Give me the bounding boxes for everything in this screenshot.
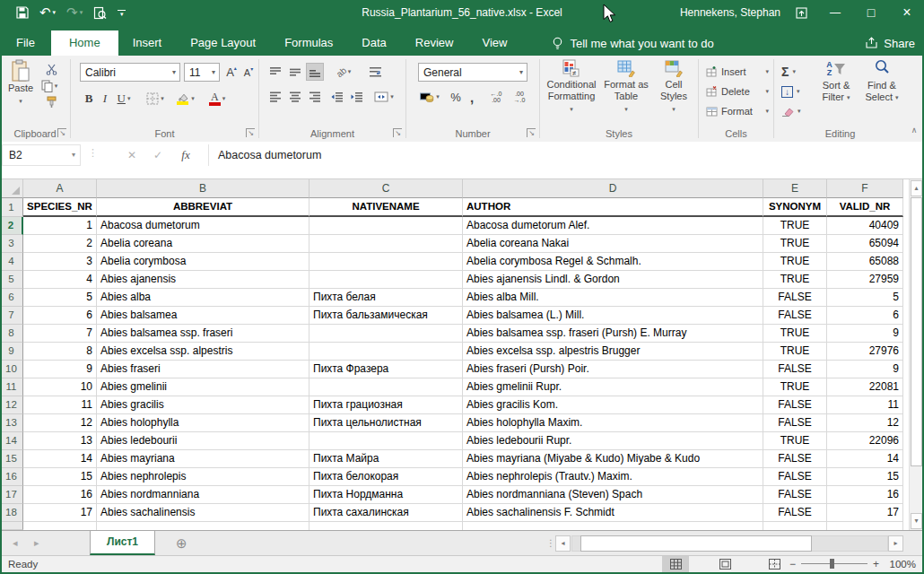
decrease-indent-button[interactable] xyxy=(327,88,345,106)
alignment-dialog-launcher[interactable]: ↘ xyxy=(393,128,402,137)
field-header-cell[interactable]: VALID_NR xyxy=(827,198,903,217)
cell-A10[interactable]: 9 xyxy=(23,361,97,378)
cell-E5[interactable]: TRUE xyxy=(763,271,827,289)
cell-C9[interactable] xyxy=(309,343,463,361)
cell-E6[interactable]: FALSE xyxy=(763,289,827,307)
bold-button[interactable]: B xyxy=(82,90,96,108)
cell-partial[interactable] xyxy=(763,522,827,530)
row-header-8[interactable]: 8 xyxy=(0,325,23,343)
cell-C2[interactable] xyxy=(309,217,463,235)
cell-D11[interactable]: Abies gmelinii Rupr. xyxy=(463,378,763,396)
font-size-select[interactable]: 11▾ xyxy=(184,63,220,82)
close-button[interactable]: × xyxy=(892,0,922,25)
cell-F4[interactable]: 65088 xyxy=(827,253,903,271)
orientation-button[interactable]: ab▾ xyxy=(331,63,356,81)
cell-D13[interactable]: Abies holophylla Maxim. xyxy=(463,414,763,432)
cell-C6[interactable]: Пихта белая xyxy=(309,289,463,307)
cell-A3[interactable]: 2 xyxy=(23,235,97,253)
name-box[interactable]: B2▾ xyxy=(2,144,81,166)
scroll-left-button[interactable]: ◂ xyxy=(555,535,571,552)
column-header-F[interactable]: F xyxy=(827,179,903,198)
font-color-button[interactable]: A ▾ xyxy=(204,90,231,108)
comma-style-button[interactable]: , xyxy=(466,88,478,106)
cell-E3[interactable]: TRUE xyxy=(763,235,827,253)
row-header-17[interactable]: 17 xyxy=(0,486,23,504)
cell-E16[interactable]: FALSE xyxy=(763,468,827,486)
insert-cells-button[interactable]: Insert▾ xyxy=(706,63,769,81)
row-header-13[interactable]: 13 xyxy=(0,414,23,432)
clear-button[interactable]: ▾ xyxy=(781,102,808,120)
cell-E17[interactable]: FALSE xyxy=(763,486,827,504)
cell-E11[interactable]: TRUE xyxy=(763,378,827,396)
cell-D14[interactable]: Abies ledebourii Rupr. xyxy=(463,432,763,450)
tab-insert[interactable]: Insert xyxy=(118,30,177,56)
tab-formulas[interactable]: Formulas xyxy=(270,30,347,56)
autosum-button[interactable]: Σ▾ xyxy=(781,63,808,81)
page-break-view-button[interactable] xyxy=(761,556,788,572)
cell-F18[interactable]: 17 xyxy=(827,504,903,522)
scroll-down-button[interactable]: ▾ xyxy=(911,513,922,529)
increase-indent-button[interactable] xyxy=(347,88,365,106)
sheet-nav-right-button[interactable]: ▸ xyxy=(34,531,39,555)
column-header-E[interactable]: E xyxy=(763,179,827,198)
column-header-B[interactable]: B xyxy=(97,179,309,198)
cell-D17[interactable]: Abies nordmanniana (Steven) Spach xyxy=(463,486,763,504)
percent-style-button[interactable]: % xyxy=(448,88,464,106)
cell-C3[interactable] xyxy=(309,235,463,253)
fill-color-button[interactable]: ▾ xyxy=(172,90,199,108)
field-header-cell[interactable]: AUTHOR xyxy=(463,198,763,217)
cell-F8[interactable]: 9 xyxy=(827,325,903,343)
cell-B14[interactable]: Abies ledebourii xyxy=(97,432,309,450)
number-format-select[interactable]: General▾ xyxy=(418,63,527,82)
row-header-1[interactable]: 1 xyxy=(0,198,23,217)
cell-A11[interactable]: 10 xyxy=(23,378,97,396)
cell-A9[interactable]: 8 xyxy=(23,343,97,361)
top-align-button[interactable] xyxy=(266,63,284,81)
cell-partial[interactable] xyxy=(309,522,463,530)
add-sheet-button[interactable]: ⊕ xyxy=(176,531,187,555)
tab-page-layout[interactable]: Page Layout xyxy=(176,30,270,56)
cell-B12[interactable]: Abies gracilis xyxy=(97,396,309,414)
zoom-in-button[interactable]: + xyxy=(873,556,879,572)
row-header-12[interactable]: 12 xyxy=(0,396,23,414)
cell-C5[interactable] xyxy=(309,271,463,289)
tab-view[interactable]: View xyxy=(467,30,521,56)
cell-C7[interactable]: Пихта бальзамическая xyxy=(309,307,463,325)
cell-A12[interactable]: 11 xyxy=(23,396,97,414)
cell-styles-button[interactable]: Cell Styles ▾ xyxy=(653,59,694,115)
ribbon-display-options-button[interactable] xyxy=(786,0,816,25)
borders-button[interactable]: ▾ xyxy=(143,90,168,108)
field-header-cell[interactable]: SYNONYM xyxy=(763,198,827,217)
cell-D5[interactable]: Abies ajanensis Lindl. & Gordon xyxy=(463,271,763,289)
font-dialog-launcher[interactable]: ↘ xyxy=(246,128,255,137)
cell-B11[interactable]: Abies gmelinii xyxy=(97,378,309,396)
align-left-button[interactable] xyxy=(266,88,284,106)
row-header-9[interactable]: 9 xyxy=(0,343,23,361)
cell-partial[interactable] xyxy=(463,522,763,530)
zoom-slider-thumb[interactable] xyxy=(830,559,834,569)
cell-B13[interactable]: Abies holophylla xyxy=(97,414,309,432)
cell-F16[interactable]: 15 xyxy=(827,468,903,486)
row-header-partial[interactable] xyxy=(0,522,23,530)
copy-button[interactable]: ▾ xyxy=(39,78,59,93)
cell-C10[interactable]: Пихта Фразера xyxy=(309,361,463,378)
field-header-cell[interactable]: ABBREVIAT xyxy=(97,198,309,217)
cell-F2[interactable]: 40409 xyxy=(827,217,903,235)
row-header-11[interactable]: 11 xyxy=(0,378,23,396)
vertical-scrollbar[interactable]: ▴ ▾ xyxy=(909,179,922,530)
cell-C16[interactable]: Пихта белокорая xyxy=(309,468,463,486)
row-header-18[interactable]: 18 xyxy=(0,504,23,522)
separator-dots-icon[interactable]: ⋮ xyxy=(88,147,98,159)
minimize-button[interactable]: — xyxy=(820,0,850,25)
share-button[interactable]: Share xyxy=(865,30,915,56)
row-header-4[interactable]: 4 xyxy=(0,253,23,271)
cell-F14[interactable]: 22096 xyxy=(827,432,903,450)
align-right-button[interactable] xyxy=(306,88,324,106)
cell-C14[interactable] xyxy=(309,432,463,450)
cell-D15[interactable]: Abies mayriana (Miyabe & Kudo) Miyabe & … xyxy=(463,450,763,468)
clipboard-dialog-launcher[interactable]: ↘ xyxy=(57,128,66,137)
vertical-scroll-thumb[interactable] xyxy=(911,197,922,466)
cell-F15[interactable]: 14 xyxy=(827,450,903,468)
increase-decimal-button[interactable]: ←.0 .00 xyxy=(485,88,507,106)
horizontal-scroll-thumb[interactable] xyxy=(580,535,812,552)
